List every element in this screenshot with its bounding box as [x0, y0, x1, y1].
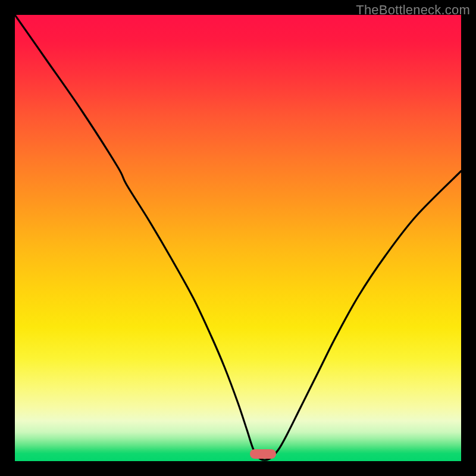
- plot-area: [15, 15, 461, 461]
- bottleneck-curve: [15, 15, 461, 461]
- optimal-marker: [250, 449, 276, 459]
- watermark-text: TheBottleneck.com: [356, 2, 470, 18]
- chart-frame: TheBottleneck.com: [0, 0, 476, 476]
